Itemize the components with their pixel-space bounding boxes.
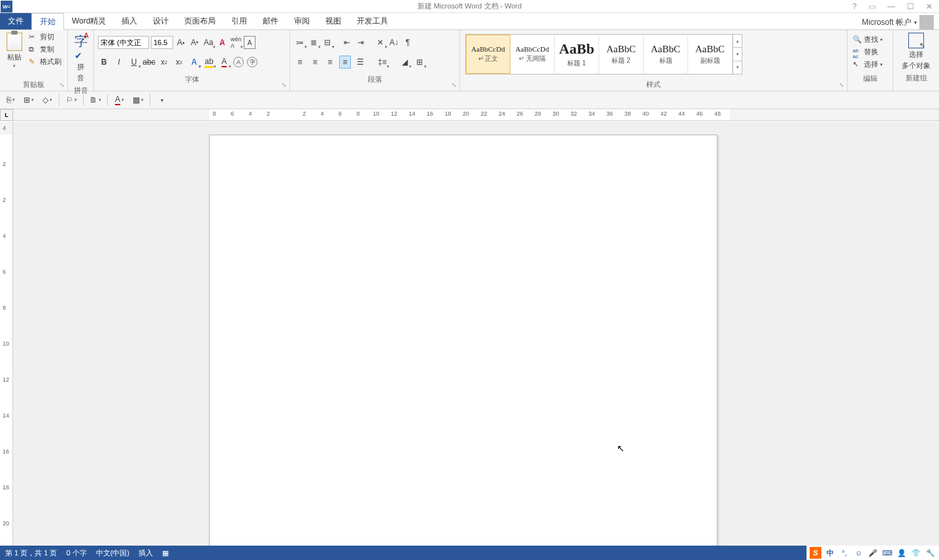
style-heading1[interactable]: AaBb 标题 1: [555, 35, 599, 74]
close-icon[interactable]: ✕: [926, 2, 932, 11]
qat-table-icon[interactable]: ⊞: [22, 93, 35, 107]
qat-flag-icon[interactable]: ⚐: [65, 93, 78, 107]
paragraph-launcher-icon[interactable]: ⤡: [450, 82, 458, 90]
multilevel-button[interactable]: ⊟: [321, 36, 333, 49]
horizontal-ruler[interactable]: 8642246810121416182022242628303234363840…: [13, 109, 939, 121]
styles-scroll[interactable]: ▴ ▾ ▾: [733, 35, 742, 74]
underline-button[interactable]: U: [128, 56, 140, 69]
text-effects-button[interactable]: A: [188, 56, 200, 69]
tab-insert[interactable]: 插入: [114, 13, 145, 29]
find-button[interactable]: 🔍查找▾: [851, 34, 889, 45]
clear-format-button[interactable]: A̷: [216, 36, 228, 49]
paste-button[interactable]: 粘贴 ▾: [3, 31, 26, 70]
scroll-more-icon[interactable]: ▾: [733, 61, 742, 74]
highlight-button[interactable]: ab: [203, 56, 215, 69]
ime-zh-icon[interactable]: 中: [824, 547, 836, 559]
style-title[interactable]: AaBbC 标题: [644, 35, 688, 74]
tab-layout[interactable]: 页面布局: [176, 13, 223, 29]
tab-stop-indicator[interactable]: L: [0, 109, 13, 121]
clipboard-launcher-icon[interactable]: ⤡: [58, 82, 66, 90]
select-multi-button[interactable]: ↖ 选择 多个对象: [896, 31, 936, 72]
qat-doc-icon[interactable]: 🗎: [89, 93, 102, 107]
tab-design[interactable]: 设计: [145, 13, 176, 29]
pinyin-button[interactable]: 字A✔ 拼 音: [71, 31, 91, 84]
font-launcher-icon[interactable]: ⤡: [280, 82, 288, 90]
enclose-char-button[interactable]: A: [244, 36, 255, 49]
change-case-button[interactable]: Aa: [203, 36, 214, 49]
bold-button[interactable]: B: [98, 56, 110, 69]
line-spacing-button[interactable]: ‡≡: [376, 56, 388, 69]
font-size-input[interactable]: [151, 36, 173, 49]
ime-mic-icon[interactable]: 🎤: [867, 547, 879, 559]
account-menu[interactable]: Microsoft 帐户 ▾: [862, 15, 939, 29]
borders-button[interactable]: ⊞: [414, 56, 425, 69]
circled-char-button[interactable]: A: [233, 57, 244, 67]
style-nospacing[interactable]: AaBbCcDd ↵ 无间隔: [510, 35, 555, 74]
style-heading2[interactable]: AaBbC 标题 2: [599, 35, 644, 74]
style-normal[interactable]: AaBbCcDd ↵ 正文: [466, 35, 510, 74]
char-with-circle-button[interactable]: 字: [247, 57, 257, 67]
status-mode[interactable]: 插入: [139, 548, 153, 558]
tab-review[interactable]: 审阅: [286, 13, 318, 29]
phonetic-guide-button[interactable]: wénA: [230, 36, 242, 49]
scroll-down-icon[interactable]: ▾: [733, 48, 742, 61]
tab-mailings[interactable]: 邮件: [255, 13, 286, 29]
decrease-indent-button[interactable]: ⇤: [341, 36, 353, 49]
sort-button[interactable]: A↓: [388, 36, 400, 49]
qat-overflow-icon[interactable]: ▾: [156, 93, 169, 107]
tab-file[interactable]: 文件: [0, 13, 31, 29]
align-center-button[interactable]: ≡: [309, 56, 321, 69]
qat-fontcolor-icon[interactable]: A: [113, 93, 126, 107]
ime-skin-icon[interactable]: 👕: [910, 547, 922, 559]
ime-punct-icon[interactable]: °,: [838, 547, 850, 559]
ime-smiley-icon[interactable]: ☺: [853, 547, 865, 559]
status-page[interactable]: 第 1 页，共 1 页: [5, 548, 57, 558]
superscript-button[interactable]: x2: [173, 56, 185, 69]
scroll-up-icon[interactable]: ▴: [733, 35, 742, 48]
bullets-button[interactable]: ≔: [294, 36, 306, 49]
ribbon-display-icon[interactable]: ▭: [868, 2, 876, 11]
align-right-button[interactable]: ≡: [324, 56, 336, 69]
maximize-icon[interactable]: ☐: [907, 2, 914, 11]
vertical-ruler[interactable]: 4224681012141618202224: [0, 122, 13, 546]
tab-home[interactable]: 开始: [31, 13, 64, 30]
status-macro-icon[interactable]: ▦: [162, 549, 169, 557]
style-subtitle[interactable]: AaBbC 副标题: [688, 35, 733, 74]
increase-indent-button[interactable]: ⇥: [355, 36, 367, 49]
qat-shape-icon[interactable]: ◇: [41, 93, 54, 107]
copy-button[interactable]: ⧉复制: [27, 44, 63, 55]
cut-button[interactable]: ✂剪切: [27, 31, 63, 42]
grow-font-button[interactable]: A▴: [175, 36, 187, 49]
distribute-button[interactable]: ☰: [354, 56, 366, 69]
status-words[interactable]: 0 个字: [66, 548, 86, 558]
sogou-icon[interactable]: S: [810, 547, 821, 559]
font-color-button[interactable]: A: [218, 56, 230, 69]
ime-tool-icon[interactable]: 🔧: [925, 547, 936, 559]
document-page[interactable]: [209, 135, 717, 560]
tab-wordgenie[interactable]: Word精灵: [64, 13, 114, 29]
select-button[interactable]: ↖选择▾: [851, 59, 889, 70]
replace-button[interactable]: abac替换: [851, 46, 889, 58]
tab-references[interactable]: 引用: [223, 13, 255, 29]
font-name-input[interactable]: [98, 36, 149, 49]
status-lang[interactable]: 中文(中国): [96, 548, 129, 558]
strikethrough-button[interactable]: abc: [143, 56, 155, 69]
asian-layout-button[interactable]: ✕: [374, 36, 386, 49]
help-icon[interactable]: ?: [852, 2, 857, 11]
subscript-button[interactable]: x2: [158, 56, 170, 69]
justify-button[interactable]: ≡: [339, 56, 351, 69]
ime-person-icon[interactable]: 👤: [896, 547, 908, 559]
ime-keyboard-icon[interactable]: ⌨: [881, 547, 893, 559]
format-painter-button[interactable]: ✎格式刷: [27, 56, 63, 67]
shading-button[interactable]: ◢: [399, 56, 410, 69]
qat-grid-icon[interactable]: ▦: [131, 93, 144, 107]
minimize-icon[interactable]: —: [887, 2, 895, 11]
tab-view[interactable]: 视图: [318, 13, 349, 29]
tab-devtools[interactable]: 开发工具: [349, 13, 396, 29]
shrink-font-button[interactable]: A▾: [189, 36, 201, 49]
numbering-button[interactable]: ≣: [308, 36, 320, 49]
qat-item-1[interactable]: ⎘: [4, 93, 17, 107]
align-left-button[interactable]: ≡: [294, 56, 306, 69]
styles-launcher-icon[interactable]: ⤡: [838, 82, 846, 90]
italic-button[interactable]: I: [113, 56, 125, 69]
